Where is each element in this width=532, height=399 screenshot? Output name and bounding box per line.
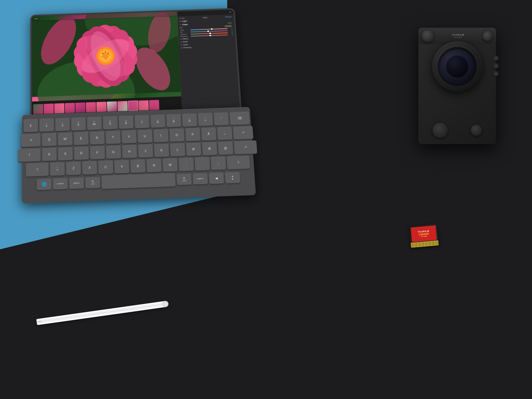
key-label: A [48, 153, 50, 156]
key-section[interactable]: § [23, 119, 38, 132]
film-thumb[interactable] [54, 103, 64, 113]
key-cmd-left[interactable]: ⌘cmd [85, 177, 100, 188]
key-option-left[interactable]: option [69, 177, 84, 189]
camera-button-1[interactable] [493, 55, 499, 61]
key-l[interactable]: L [170, 143, 185, 157]
key-e[interactable]: E [74, 132, 88, 145]
key-period[interactable]: :. [195, 157, 210, 170]
key-space[interactable] [101, 173, 176, 189]
key-label: Z [73, 167, 75, 170]
key-n[interactable]: N [147, 158, 162, 172]
key-aa[interactable]: Å [201, 127, 216, 141]
key-k[interactable]: K [154, 144, 169, 157]
color-label: Color [182, 23, 188, 26]
key-z[interactable]: Z [66, 161, 81, 175]
key-label: ⌫ [237, 117, 242, 120]
key-plus[interactable]: ?+ [198, 113, 213, 126]
key-y[interactable]: Y [121, 130, 136, 144]
key-q[interactable]: Q [42, 133, 57, 146]
key-at[interactable]: @ [218, 141, 233, 155]
key-shift-right[interactable]: ⇧ [227, 155, 250, 169]
key-h[interactable]: H [122, 145, 137, 158]
key-8[interactable]: (8 [150, 114, 165, 128]
film-thumb[interactable] [33, 104, 43, 114]
camera-focus-dial[interactable] [433, 123, 448, 138]
key-c[interactable]: C [98, 160, 113, 174]
film-thumb[interactable] [107, 101, 117, 112]
key-s[interactable]: S [58, 147, 73, 160]
film-thumb[interactable] [86, 102, 96, 112]
key-comma[interactable]: ;, [178, 157, 194, 171]
key-5[interactable]: %5 [103, 116, 118, 129]
camera-button-3[interactable] [493, 71, 499, 76]
key-arrow-left[interactable]: ◀ [209, 172, 224, 184]
key-label: option [73, 182, 80, 184]
key-w[interactable]: W [58, 132, 72, 146]
key-b[interactable]: B [131, 159, 146, 173]
film-thumb[interactable] [65, 103, 75, 113]
key-tab[interactable]: ⇥ [21, 133, 40, 147]
key-f[interactable]: F [90, 146, 105, 159]
key-caret[interactable]: ^~ [217, 127, 232, 140]
key-oslash[interactable]: Ø [186, 142, 201, 156]
key-return[interactable]: ⏎ [233, 126, 253, 139]
key-cmd-right[interactable]: ⌘cmd [177, 173, 192, 185]
film-thumb[interactable] [149, 100, 159, 110]
key-u[interactable]: U [137, 129, 152, 143]
key-arrow-updown[interactable]: ▲ ▼ [225, 172, 241, 183]
key-return-2[interactable]: ⏎ [234, 140, 257, 154]
key-r[interactable]: R [89, 131, 104, 145]
wb-value[interactable]: As Shot [224, 25, 232, 27]
key-4[interactable]: $4¤ [87, 117, 101, 130]
key-dash[interactable]: _- [211, 156, 226, 170]
camera-exp-dial[interactable] [471, 125, 482, 136]
key-9[interactable]: )9 [166, 114, 181, 127]
key-backtick[interactable]: |` [214, 112, 229, 126]
key-globe[interactable]: 🌐 [37, 178, 52, 190]
key-label: control [57, 182, 64, 185]
key-capslock[interactable]: ⇪ [18, 148, 41, 162]
pencil-tip [37, 320, 42, 324]
film-thumb[interactable] [139, 100, 149, 111]
key-d[interactable]: D [74, 146, 89, 160]
film-thumb[interactable] [44, 104, 54, 114]
sd-pin [428, 242, 431, 246]
browse-button[interactable]: Browse [225, 16, 232, 18]
key-1[interactable]: !1 [39, 118, 54, 132]
key-label: S [64, 152, 66, 155]
camera-shutter-dial[interactable] [483, 31, 493, 41]
film-thumb[interactable] [128, 101, 138, 111]
key-m[interactable]: M [163, 158, 178, 172]
key-6[interactable]: &6 [119, 116, 134, 129]
key-g[interactable]: G [106, 145, 121, 159]
key-ae[interactable]: Æ [202, 142, 217, 155]
key-j[interactable]: J [138, 144, 153, 158]
key-shift-left[interactable]: ⇧ [26, 162, 49, 177]
film-thumb[interactable] [75, 103, 86, 113]
globe-icon: 🌐 [42, 182, 47, 186]
key-7[interactable]: /7 [134, 115, 149, 128]
key-p[interactable]: P [185, 128, 200, 141]
key-label: ~ [224, 133, 226, 136]
film-thumb[interactable] [117, 101, 128, 111]
key-backspace[interactable]: ⌫ [229, 111, 250, 125]
key-3[interactable]: #3 [71, 117, 86, 131]
key-0[interactable]: =0 [182, 113, 197, 127]
film-thumb[interactable] [96, 102, 107, 112]
camera-mode-dial[interactable] [422, 30, 434, 42]
key-control[interactable]: control [53, 178, 68, 190]
key-x[interactable]: X [82, 161, 97, 175]
key-2[interactable]: "2 [55, 118, 70, 131]
key-t[interactable]: T [106, 131, 121, 144]
key-a[interactable]: A [42, 147, 57, 161]
key-label: W [64, 137, 67, 140]
key-i[interactable]: I [153, 129, 168, 142]
key-label: J [145, 149, 146, 152]
key-angle[interactable]: >< [50, 162, 65, 176]
key-v[interactable]: V [114, 160, 129, 173]
key-label: N [153, 164, 155, 167]
camera-button-2[interactable] [493, 63, 499, 69]
sd-pin [415, 243, 418, 247]
key-o[interactable]: O [169, 128, 185, 142]
key-option-right[interactable]: option [193, 173, 208, 185]
